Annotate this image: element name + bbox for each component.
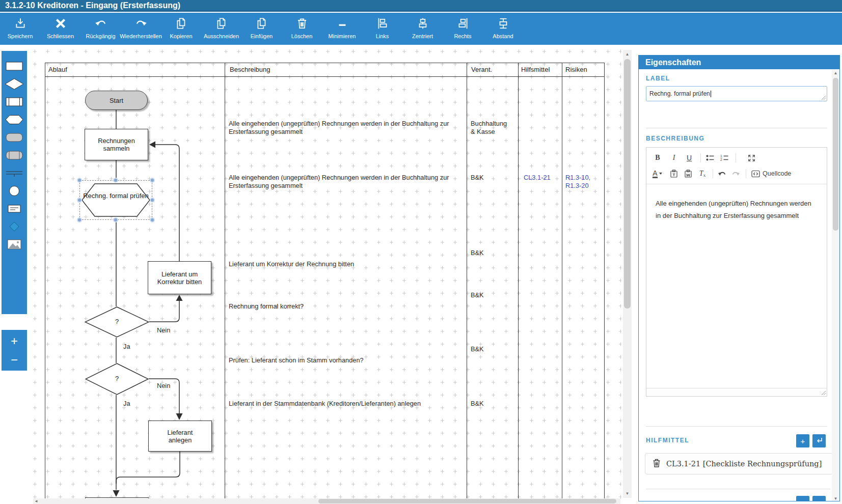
selection-handle[interactable] [150, 198, 155, 203]
palette-parallel-lines-shape[interactable] [3, 164, 25, 182]
flow-connectors [29, 45, 621, 504]
selection-handle[interactable] [113, 217, 118, 222]
scroll-down-arrow[interactable]: ▼ [832, 496, 839, 501]
flow-node-rechng-formal-pruefen[interactable]: Rechng. formal prüfen [82, 183, 150, 217]
hilfsmittel-section-heading: HILFMITTEL [646, 437, 689, 444]
editor-undo-icon[interactable] [717, 167, 727, 180]
vertical-scroll-thumb[interactable] [624, 59, 631, 309]
flow-node-rechnungen-sammeln[interactable]: Rechnungen sammeln [85, 129, 148, 160]
main-toolbar: Speichern Schliessen Rückgängig Wiederhe… [0, 13, 842, 45]
align-center-button[interactable]: Zentriert [402, 13, 443, 45]
palette-hexagon-shape[interactable] [3, 110, 25, 128]
paste-as-text-icon[interactable] [669, 167, 679, 180]
editor-content[interactable]: Alle eingehenden (ungeprüften) Rechnunge… [646, 185, 827, 389]
scroll-down-arrow[interactable]: ▼ [623, 491, 632, 496]
edge-label-ja-1: Ja [123, 343, 130, 350]
flow-node-decision-1[interactable]: ? [85, 306, 149, 338]
minimize-icon [336, 17, 349, 32]
zoom-in-button[interactable]: + [2, 331, 27, 352]
flow-node-decision-2[interactable]: ? [85, 363, 149, 395]
canvas-vertical-scrollbar[interactable]: ▲ ▼ [623, 50, 632, 498]
palette-rectangle-shape[interactable] [3, 57, 25, 75]
cut-button[interactable]: Ausschneiden [201, 13, 241, 45]
remove-format-button[interactable]: Tx [697, 167, 708, 180]
scroll-left-arrow[interactable]: ◄ [33, 499, 39, 503]
close-button[interactable]: Schliessen [40, 13, 80, 45]
text-color-button[interactable]: A [653, 167, 663, 180]
row-verant: B&K [471, 249, 484, 257]
selection-handle[interactable] [77, 217, 82, 222]
row-risiko-link[interactable]: R1.3-20 [565, 182, 589, 190]
section-divider [646, 489, 830, 489]
align-left-button[interactable]: Links [362, 13, 402, 45]
canvas-horizontal-scrollbar[interactable]: ◄ [33, 498, 620, 504]
textarea-resize-handle[interactable] [821, 95, 826, 100]
trash-icon[interactable] [653, 459, 661, 469]
selection-handle[interactable] [113, 178, 118, 183]
editor-toolbar: B I U 12 A [646, 148, 827, 184]
selection-handle[interactable] [77, 178, 82, 183]
flow-node-lieferant-anlegen[interactable]: Lieferant anlegen [148, 421, 212, 452]
selection-handle[interactable] [150, 217, 155, 222]
flow-node-lieferant-korrektur[interactable]: Lieferant um Korrektur bitten [148, 261, 211, 294]
row-verant: B&K [471, 400, 484, 408]
next-section-add-button-partial[interactable] [796, 496, 809, 501]
paste-button[interactable]: Einfügen [241, 13, 282, 45]
hilfsmittel-add-button[interactable]: + [796, 434, 809, 447]
editor-redo-icon[interactable] [730, 167, 741, 180]
copy-button[interactable]: Kopieren [161, 13, 201, 45]
palette-terminator-shape[interactable] [3, 128, 25, 146]
close-icon [54, 17, 67, 32]
palette-link-diamond-shape[interactable] [3, 217, 25, 235]
undo-button[interactable]: Rückgängig [80, 13, 121, 45]
diagram-canvas[interactable]: Ablauf Beschreibung Verant. Hilfsmittel … [29, 45, 621, 504]
palette-subroutine-terminator-shape[interactable] [3, 146, 25, 164]
palette-note-shape[interactable] [3, 200, 25, 217]
editor-resize-handle[interactable] [821, 390, 826, 395]
next-section-pick-button-partial[interactable] [812, 496, 826, 501]
palette-circle-shape[interactable] [3, 182, 25, 200]
source-code-button[interactable]: Quellcode [751, 167, 791, 180]
delete-button[interactable]: Löschen [282, 13, 322, 45]
palette-diamond-shape[interactable] [3, 75, 25, 93]
bold-button[interactable]: B [653, 152, 663, 164]
row-risiko-link[interactable]: R1.3-10, [565, 174, 590, 182]
row-verant: B&K [471, 291, 484, 299]
panel-scrollbar[interactable]: ▲ ▼ [832, 70, 839, 501]
save-button[interactable]: Speichern [0, 13, 40, 45]
underline-button[interactable]: U [684, 152, 694, 164]
label-input[interactable]: Rechng. formal prüfen [646, 86, 827, 101]
panel-scroll-thumb[interactable] [833, 78, 838, 231]
bulleted-list-icon[interactable] [705, 152, 715, 164]
row-description: Lieferant um Korrektur der Rechnung bitt… [229, 260, 464, 268]
flow-node-start[interactable]: Start [85, 91, 148, 110]
svg-text:1: 1 [720, 154, 722, 158]
align-right-button[interactable]: Rechts [443, 13, 483, 45]
paste-icon [255, 17, 268, 32]
numbered-list-icon[interactable]: 12 [719, 152, 729, 164]
row-hilfsmittel-link[interactable]: CL3.1-21 [524, 174, 551, 182]
zoom-out-button[interactable]: − [2, 350, 27, 371]
italic-button[interactable]: I [669, 152, 679, 164]
selection-handle[interactable] [77, 198, 82, 203]
palette-predefined-process-shape[interactable] [3, 93, 25, 110]
hilfsmittel-list-item[interactable]: CL3.1-21 [Checkliste Rechnungsprüfung] [645, 453, 833, 474]
horizontal-scroll-thumb[interactable] [318, 499, 616, 503]
scroll-up-arrow[interactable]: ▲ [832, 71, 839, 75]
rich-text-editor[interactable]: B I U 12 A [646, 147, 827, 397]
redo-button[interactable]: Wiederherstellen [121, 13, 161, 45]
minimize-button[interactable]: Minimieren [322, 13, 362, 45]
distribute-button[interactable]: Abstand [483, 13, 523, 45]
hilfsmittel-pick-button[interactable] [812, 434, 826, 447]
cut-icon [215, 17, 228, 32]
maximize-icon[interactable] [746, 152, 756, 164]
hilfsmittel-item-label: CL3.1-21 [Checkliste Rechnungsprüfung] [666, 460, 822, 468]
paste-from-word-icon[interactable] [683, 167, 693, 180]
editor-footer [646, 388, 827, 396]
scroll-up-arrow[interactable]: ▲ [623, 52, 632, 57]
selection-handle[interactable] [150, 178, 155, 183]
row-verant: B&K [471, 174, 512, 182]
edge-label-ja-2: Ja [123, 400, 130, 407]
properties-panel-header: Eigenschaften [639, 55, 839, 69]
palette-image-shape[interactable] [3, 235, 25, 253]
